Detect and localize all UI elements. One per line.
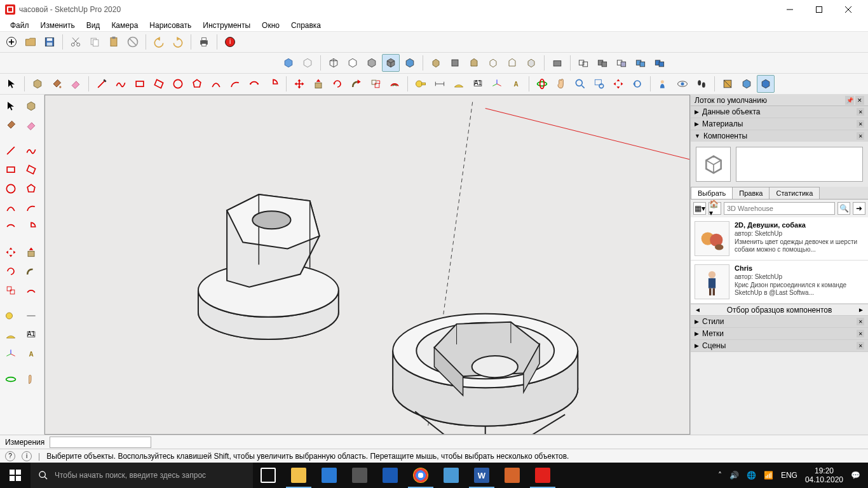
- tab-select[interactable]: Выбрать: [691, 187, 733, 199]
- component-item[interactable]: Chris автор: SketchUp Крис Дизон присоед…: [691, 261, 868, 304]
- taskbar-app-sketchup[interactable]: [527, 463, 558, 488]
- style-shaded-button[interactable]: [363, 54, 381, 72]
- lt-line[interactable]: [1, 142, 20, 159]
- style-back-edges-button[interactable]: [299, 54, 316, 72]
- section-cut-button[interactable]: [757, 75, 775, 93]
- taskbar-app-word[interactable]: W: [466, 463, 497, 488]
- lt-eraser[interactable]: [22, 116, 41, 134]
- eraser-button[interactable]: [67, 75, 85, 93]
- lt-dimension[interactable]: [22, 307, 41, 325]
- panel-close-icon[interactable]: ✕: [857, 108, 864, 116]
- lt-rot-rect[interactable]: [22, 161, 41, 179]
- lt-3dtext[interactable]: A: [22, 345, 41, 363]
- make-component-button[interactable]: [29, 75, 46, 93]
- tray-pin-button[interactable]: 📌: [845, 96, 854, 105]
- save-button[interactable]: [41, 33, 58, 51]
- arc-tool-button[interactable]: [207, 75, 225, 93]
- lt-arc[interactable]: [1, 199, 20, 217]
- menu-edit[interactable]: Изменить: [36, 20, 80, 31]
- cut-button[interactable]: [67, 33, 85, 51]
- lt-pushpull[interactable]: [22, 243, 41, 261]
- component-list[interactable]: 2D, Девушки, собака автор: SketchUp Изме…: [691, 217, 868, 304]
- 3dtext-tool-button[interactable]: A: [507, 75, 525, 93]
- warehouse-button-4[interactable]: [613, 54, 630, 72]
- new-file-button[interactable]: [3, 33, 20, 51]
- menu-tools[interactable]: Инструменты: [198, 20, 255, 31]
- lt-pie[interactable]: [22, 218, 41, 236]
- info-icon[interactable]: i: [22, 451, 32, 461]
- component-item[interactable]: 2D, Девушки, собака автор: SketchUp Изме…: [691, 217, 868, 261]
- menu-camera[interactable]: Камера: [106, 20, 143, 31]
- taskbar-app-notes[interactable]: [436, 463, 466, 488]
- tray-close-button[interactable]: ✕: [855, 96, 864, 105]
- style-xray-button[interactable]: [280, 54, 297, 72]
- search-button[interactable]: 🔍: [837, 202, 850, 215]
- lt-tape[interactable]: [1, 307, 20, 325]
- panel-close-icon[interactable]: ✕: [857, 318, 864, 325]
- warehouse-button-1[interactable]: [548, 54, 566, 72]
- model-info-button[interactable]: i: [221, 33, 239, 51]
- warehouse-search-input[interactable]: [724, 202, 835, 215]
- tray-volume-icon[interactable]: 🔊: [729, 471, 739, 480]
- warehouse-button-3[interactable]: [593, 54, 611, 72]
- pie-tool-button[interactable]: [264, 75, 282, 93]
- view-right-button[interactable]: [484, 54, 502, 72]
- menu-draw[interactable]: Нарисовать: [144, 20, 196, 31]
- lt-2pt-arc[interactable]: [22, 199, 41, 217]
- tray-language[interactable]: ENG: [781, 471, 797, 480]
- zoom-tool-button[interactable]: [571, 75, 589, 93]
- panel-close-icon[interactable]: ✕: [857, 132, 864, 140]
- rotated-rect-tool-button[interactable]: [150, 75, 168, 93]
- lt-paint[interactable]: [1, 116, 20, 134]
- start-button[interactable]: [0, 463, 31, 488]
- tray-clock[interactable]: 19:20 04.10.2020: [805, 466, 843, 485]
- pan-tool-button[interactable]: [552, 75, 570, 93]
- lt-circle[interactable]: [1, 180, 20, 198]
- style-monochrome-button[interactable]: [401, 54, 419, 72]
- rectangle-tool-button[interactable]: [131, 75, 149, 93]
- taskbar-app-calc[interactable]: [344, 463, 375, 488]
- panel-materials[interactable]: ▶Материалы✕: [691, 118, 868, 130]
- navigate-button[interactable]: ➜: [853, 202, 865, 215]
- section-display-button[interactable]: [738, 75, 756, 93]
- lt-scale[interactable]: [1, 281, 20, 299]
- position-camera-button[interactable]: [654, 75, 672, 93]
- zoom-window-button[interactable]: [590, 75, 608, 93]
- view-mode-button[interactable]: ▦▾: [693, 202, 706, 215]
- lt-axes[interactable]: [1, 345, 20, 363]
- lt-3pt-arc[interactable]: [1, 218, 20, 236]
- task-view-button[interactable]: [253, 463, 283, 488]
- polygon-tool-button[interactable]: [188, 75, 206, 93]
- open-file-button[interactable]: [22, 33, 39, 51]
- lt-protractor[interactable]: [1, 326, 20, 344]
- lt-orbit[interactable]: [1, 370, 20, 388]
- warehouse-button-5[interactable]: [632, 54, 649, 72]
- followme-tool-button[interactable]: [348, 75, 365, 93]
- lt-offset[interactable]: [22, 281, 41, 299]
- tab-edit[interactable]: Правка: [732, 187, 770, 199]
- freehand-tool-button[interactable]: [112, 75, 130, 93]
- lt-rotate[interactable]: [1, 262, 20, 280]
- move-tool-button[interactable]: [290, 75, 308, 93]
- style-wireframe-button[interactable]: [325, 54, 342, 72]
- sample-components-bar[interactable]: ◄ Отбор образцов компонентов ►: [691, 304, 868, 315]
- taskbar-app-chrome[interactable]: [405, 463, 436, 488]
- view-iso-button[interactable]: [427, 54, 445, 72]
- tray-notifications-icon[interactable]: 💬: [851, 471, 860, 480]
- view-top-button[interactable]: [446, 54, 464, 72]
- style-hidden-line-button[interactable]: [344, 54, 362, 72]
- redo-button[interactable]: [169, 33, 187, 51]
- lt-text[interactable]: A1: [22, 326, 41, 344]
- text-tool-button[interactable]: A1: [469, 75, 487, 93]
- 3pt-arc-tool-button[interactable]: [245, 75, 263, 93]
- lt-pan[interactable]: [22, 370, 41, 388]
- panel-entity-info[interactable]: ▶Данные объекта✕: [691, 106, 868, 118]
- tray-chevron-icon[interactable]: ˄: [718, 471, 722, 480]
- taskbar-app-store[interactable]: [314, 463, 344, 488]
- orbit-tool-button[interactable]: [533, 75, 551, 93]
- menu-help[interactable]: Справка: [286, 20, 326, 31]
- next-sample-icon[interactable]: ►: [858, 306, 864, 313]
- lt-freehand[interactable]: [22, 142, 41, 159]
- viewport-3d[interactable]: [44, 95, 690, 435]
- component-description-field[interactable]: [736, 147, 863, 182]
